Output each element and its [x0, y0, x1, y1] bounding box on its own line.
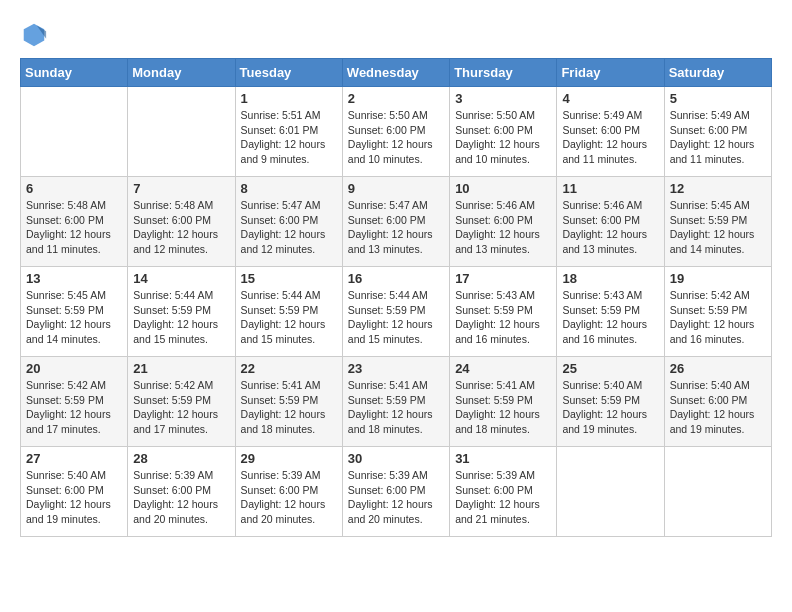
day-cell: 10Sunrise: 5:46 AM Sunset: 6:00 PM Dayli…	[450, 177, 557, 267]
day-info: Sunrise: 5:43 AM Sunset: 5:59 PM Dayligh…	[455, 288, 551, 347]
day-number: 7	[133, 181, 229, 196]
day-info: Sunrise: 5:47 AM Sunset: 6:00 PM Dayligh…	[348, 198, 444, 257]
header-monday: Monday	[128, 59, 235, 87]
day-cell: 2Sunrise: 5:50 AM Sunset: 6:00 PM Daylig…	[342, 87, 449, 177]
logo-icon	[20, 20, 48, 48]
day-cell: 8Sunrise: 5:47 AM Sunset: 6:00 PM Daylig…	[235, 177, 342, 267]
header-saturday: Saturday	[664, 59, 771, 87]
day-number: 1	[241, 91, 337, 106]
day-cell: 12Sunrise: 5:45 AM Sunset: 5:59 PM Dayli…	[664, 177, 771, 267]
day-info: Sunrise: 5:39 AM Sunset: 6:00 PM Dayligh…	[348, 468, 444, 527]
day-number: 6	[26, 181, 122, 196]
svg-marker-0	[24, 24, 45, 46]
header	[20, 20, 772, 48]
day-number: 8	[241, 181, 337, 196]
day-cell: 24Sunrise: 5:41 AM Sunset: 5:59 PM Dayli…	[450, 357, 557, 447]
header-tuesday: Tuesday	[235, 59, 342, 87]
day-number: 2	[348, 91, 444, 106]
day-number: 15	[241, 271, 337, 286]
day-number: 31	[455, 451, 551, 466]
day-number: 29	[241, 451, 337, 466]
day-cell: 19Sunrise: 5:42 AM Sunset: 5:59 PM Dayli…	[664, 267, 771, 357]
day-cell: 13Sunrise: 5:45 AM Sunset: 5:59 PM Dayli…	[21, 267, 128, 357]
week-row-5: 27Sunrise: 5:40 AM Sunset: 6:00 PM Dayli…	[21, 447, 772, 537]
day-cell: 20Sunrise: 5:42 AM Sunset: 5:59 PM Dayli…	[21, 357, 128, 447]
day-cell	[128, 87, 235, 177]
day-number: 30	[348, 451, 444, 466]
day-number: 22	[241, 361, 337, 376]
header-friday: Friday	[557, 59, 664, 87]
header-wednesday: Wednesday	[342, 59, 449, 87]
day-cell: 22Sunrise: 5:41 AM Sunset: 5:59 PM Dayli…	[235, 357, 342, 447]
day-info: Sunrise: 5:49 AM Sunset: 6:00 PM Dayligh…	[562, 108, 658, 167]
day-cell: 17Sunrise: 5:43 AM Sunset: 5:59 PM Dayli…	[450, 267, 557, 357]
day-info: Sunrise: 5:42 AM Sunset: 5:59 PM Dayligh…	[670, 288, 766, 347]
day-number: 28	[133, 451, 229, 466]
day-info: Sunrise: 5:40 AM Sunset: 6:00 PM Dayligh…	[670, 378, 766, 437]
day-cell: 23Sunrise: 5:41 AM Sunset: 5:59 PM Dayli…	[342, 357, 449, 447]
day-info: Sunrise: 5:41 AM Sunset: 5:59 PM Dayligh…	[455, 378, 551, 437]
day-number: 27	[26, 451, 122, 466]
day-info: Sunrise: 5:42 AM Sunset: 5:59 PM Dayligh…	[26, 378, 122, 437]
day-info: Sunrise: 5:42 AM Sunset: 5:59 PM Dayligh…	[133, 378, 229, 437]
day-cell: 28Sunrise: 5:39 AM Sunset: 6:00 PM Dayli…	[128, 447, 235, 537]
day-cell: 26Sunrise: 5:40 AM Sunset: 6:00 PM Dayli…	[664, 357, 771, 447]
calendar-table: SundayMondayTuesdayWednesdayThursdayFrid…	[20, 58, 772, 537]
day-cell: 31Sunrise: 5:39 AM Sunset: 6:00 PM Dayli…	[450, 447, 557, 537]
day-cell: 15Sunrise: 5:44 AM Sunset: 5:59 PM Dayli…	[235, 267, 342, 357]
day-info: Sunrise: 5:40 AM Sunset: 6:00 PM Dayligh…	[26, 468, 122, 527]
day-cell: 4Sunrise: 5:49 AM Sunset: 6:00 PM Daylig…	[557, 87, 664, 177]
day-info: Sunrise: 5:40 AM Sunset: 5:59 PM Dayligh…	[562, 378, 658, 437]
week-row-4: 20Sunrise: 5:42 AM Sunset: 5:59 PM Dayli…	[21, 357, 772, 447]
day-info: Sunrise: 5:39 AM Sunset: 6:00 PM Dayligh…	[133, 468, 229, 527]
day-number: 11	[562, 181, 658, 196]
day-number: 23	[348, 361, 444, 376]
day-number: 18	[562, 271, 658, 286]
calendar-header-row: SundayMondayTuesdayWednesdayThursdayFrid…	[21, 59, 772, 87]
day-cell: 11Sunrise: 5:46 AM Sunset: 6:00 PM Dayli…	[557, 177, 664, 267]
day-cell: 27Sunrise: 5:40 AM Sunset: 6:00 PM Dayli…	[21, 447, 128, 537]
day-info: Sunrise: 5:43 AM Sunset: 5:59 PM Dayligh…	[562, 288, 658, 347]
day-cell: 21Sunrise: 5:42 AM Sunset: 5:59 PM Dayli…	[128, 357, 235, 447]
day-cell: 18Sunrise: 5:43 AM Sunset: 5:59 PM Dayli…	[557, 267, 664, 357]
week-row-2: 6Sunrise: 5:48 AM Sunset: 6:00 PM Daylig…	[21, 177, 772, 267]
header-thursday: Thursday	[450, 59, 557, 87]
day-cell	[21, 87, 128, 177]
day-info: Sunrise: 5:51 AM Sunset: 6:01 PM Dayligh…	[241, 108, 337, 167]
header-sunday: Sunday	[21, 59, 128, 87]
day-number: 25	[562, 361, 658, 376]
day-info: Sunrise: 5:48 AM Sunset: 6:00 PM Dayligh…	[133, 198, 229, 257]
day-info: Sunrise: 5:41 AM Sunset: 5:59 PM Dayligh…	[241, 378, 337, 437]
day-number: 3	[455, 91, 551, 106]
day-number: 13	[26, 271, 122, 286]
day-info: Sunrise: 5:47 AM Sunset: 6:00 PM Dayligh…	[241, 198, 337, 257]
day-number: 21	[133, 361, 229, 376]
day-info: Sunrise: 5:45 AM Sunset: 5:59 PM Dayligh…	[670, 198, 766, 257]
week-row-3: 13Sunrise: 5:45 AM Sunset: 5:59 PM Dayli…	[21, 267, 772, 357]
day-info: Sunrise: 5:44 AM Sunset: 5:59 PM Dayligh…	[348, 288, 444, 347]
day-info: Sunrise: 5:45 AM Sunset: 5:59 PM Dayligh…	[26, 288, 122, 347]
day-info: Sunrise: 5:50 AM Sunset: 6:00 PM Dayligh…	[348, 108, 444, 167]
day-cell: 5Sunrise: 5:49 AM Sunset: 6:00 PM Daylig…	[664, 87, 771, 177]
day-cell	[664, 447, 771, 537]
day-number: 20	[26, 361, 122, 376]
day-info: Sunrise: 5:46 AM Sunset: 6:00 PM Dayligh…	[455, 198, 551, 257]
day-number: 4	[562, 91, 658, 106]
day-number: 14	[133, 271, 229, 286]
day-info: Sunrise: 5:49 AM Sunset: 6:00 PM Dayligh…	[670, 108, 766, 167]
day-cell	[557, 447, 664, 537]
day-number: 17	[455, 271, 551, 286]
day-info: Sunrise: 5:48 AM Sunset: 6:00 PM Dayligh…	[26, 198, 122, 257]
day-info: Sunrise: 5:46 AM Sunset: 6:00 PM Dayligh…	[562, 198, 658, 257]
day-number: 16	[348, 271, 444, 286]
day-number: 19	[670, 271, 766, 286]
day-cell: 9Sunrise: 5:47 AM Sunset: 6:00 PM Daylig…	[342, 177, 449, 267]
day-cell: 14Sunrise: 5:44 AM Sunset: 5:59 PM Dayli…	[128, 267, 235, 357]
day-cell: 29Sunrise: 5:39 AM Sunset: 6:00 PM Dayli…	[235, 447, 342, 537]
day-info: Sunrise: 5:39 AM Sunset: 6:00 PM Dayligh…	[241, 468, 337, 527]
day-cell: 7Sunrise: 5:48 AM Sunset: 6:00 PM Daylig…	[128, 177, 235, 267]
day-info: Sunrise: 5:44 AM Sunset: 5:59 PM Dayligh…	[241, 288, 337, 347]
day-cell: 6Sunrise: 5:48 AM Sunset: 6:00 PM Daylig…	[21, 177, 128, 267]
day-info: Sunrise: 5:50 AM Sunset: 6:00 PM Dayligh…	[455, 108, 551, 167]
day-number: 26	[670, 361, 766, 376]
